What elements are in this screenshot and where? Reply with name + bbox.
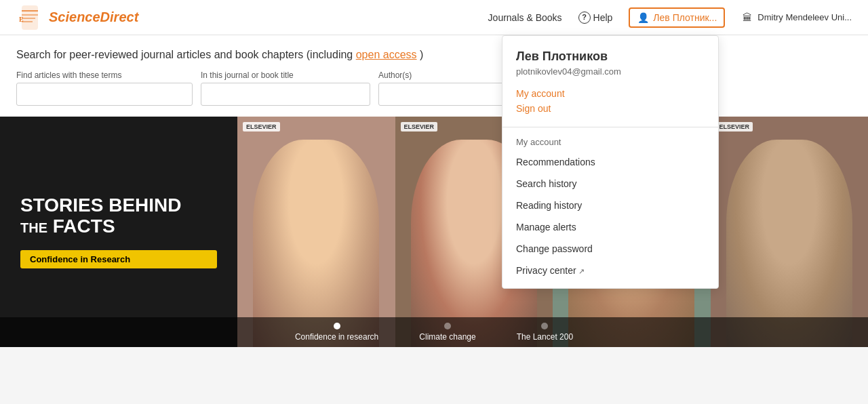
institution-icon: 🏛 xyxy=(741,12,753,24)
hero-left-panel: STORIES BEHIND THE FACTS Confidence in R… xyxy=(0,117,237,347)
hero-badge[interactable]: Confidence in Research xyxy=(20,250,217,268)
carousel-label-2: Climate change xyxy=(419,332,475,342)
logo-area: E ScienceDirect xyxy=(16,4,138,31)
institution-button[interactable]: 🏛 Dmitry Mendeleev Uni... xyxy=(741,12,852,24)
carousel-item-2[interactable]: Climate change xyxy=(419,323,475,342)
journals-books-link[interactable]: Journals & Books xyxy=(488,12,562,23)
carousel-dot-2 xyxy=(444,323,451,329)
carousel-label-1: Confidence in research xyxy=(295,332,378,342)
reading-history-link[interactable]: Reading history xyxy=(502,195,718,216)
nav-links: Journals & Books ? Help 👤 Лев Плотник...… xyxy=(488,7,852,28)
change-password-link[interactable]: Change password xyxy=(502,238,718,260)
carousel-label-3: The Lancet 200 xyxy=(517,332,573,342)
manage-alerts-link[interactable]: Manage alerts xyxy=(502,216,718,238)
hero-section: STORIES BEHIND THE FACTS Confidence in R… xyxy=(0,117,868,347)
carousel-dot-3 xyxy=(541,323,548,329)
elsevier-watermark-4: ELSEVIER xyxy=(716,122,753,132)
journal-label: In this journal or book title xyxy=(201,70,370,80)
search-section: Search for peer-reviewed journal article… xyxy=(0,35,868,117)
dropdown-user-name: Лев Плотников xyxy=(516,49,705,64)
privacy-center-link[interactable]: Privacy center xyxy=(502,260,718,281)
search-title: Search for peer-reviewed journal article… xyxy=(16,49,852,61)
elsevier-logo-icon: E xyxy=(16,4,43,31)
carousel-nav: Confidence in research Climate change Th… xyxy=(0,317,868,347)
my-account-link[interactable]: My account xyxy=(516,86,705,101)
user-icon: 👤 xyxy=(637,12,649,24)
author-label: Author(s) xyxy=(378,70,514,80)
person-silhouette-4 xyxy=(726,140,852,347)
sciencedirect-logo[interactable]: ScienceDirect xyxy=(49,9,138,25)
open-access-link[interactable]: open access xyxy=(356,49,417,60)
search-fields: Find articles with these terms In this j… xyxy=(16,70,852,106)
journal-input[interactable] xyxy=(201,83,370,106)
author-input[interactable] xyxy=(378,83,514,106)
search-history-link[interactable]: Search history xyxy=(502,173,718,195)
sign-out-link[interactable]: Sign out xyxy=(516,101,705,116)
terms-input[interactable] xyxy=(16,83,193,106)
author-field-group: Author(s) xyxy=(378,70,514,106)
elsevier-watermark-2: ELSEVIER xyxy=(401,122,438,132)
help-icon: ? xyxy=(578,12,591,24)
user-account-button[interactable]: 👤 Лев Плотник... xyxy=(629,7,725,28)
person-silhouette-1 xyxy=(253,140,379,347)
account-dropdown: Лев Плотников plotnikovlev04@gmail.com M… xyxy=(502,35,719,289)
carousel-dot-1 xyxy=(334,323,340,329)
carousel-item-3[interactable]: The Lancet 200 xyxy=(517,323,573,342)
dropdown-section-title: My account xyxy=(502,127,718,151)
video-thumb-1[interactable]: ELSEVIER xyxy=(237,117,395,347)
header: E ScienceDirect Journals & Books ? Help … xyxy=(0,0,868,35)
dropdown-menu-items: Recommendations Search history Reading h… xyxy=(502,151,718,288)
journal-field-group: In this journal or book title xyxy=(201,70,370,106)
dropdown-header: Лев Плотников plotnikovlev04@gmail.com M… xyxy=(502,36,718,127)
hero-headline: STORIES BEHIND THE FACTS xyxy=(20,195,217,237)
recommendations-link[interactable]: Recommendations xyxy=(502,151,718,173)
help-button[interactable]: ? Help xyxy=(578,12,613,24)
dropdown-user-email: plotnikovlev04@gmail.com xyxy=(516,66,705,77)
terms-label: Find articles with these terms xyxy=(16,70,193,80)
video-thumb-4[interactable]: ELSEVIER xyxy=(711,117,869,347)
elsevier-watermark-1: ELSEVIER xyxy=(243,122,280,132)
carousel-item-1[interactable]: Confidence in research xyxy=(295,323,378,342)
terms-field-group: Find articles with these terms xyxy=(16,70,193,106)
